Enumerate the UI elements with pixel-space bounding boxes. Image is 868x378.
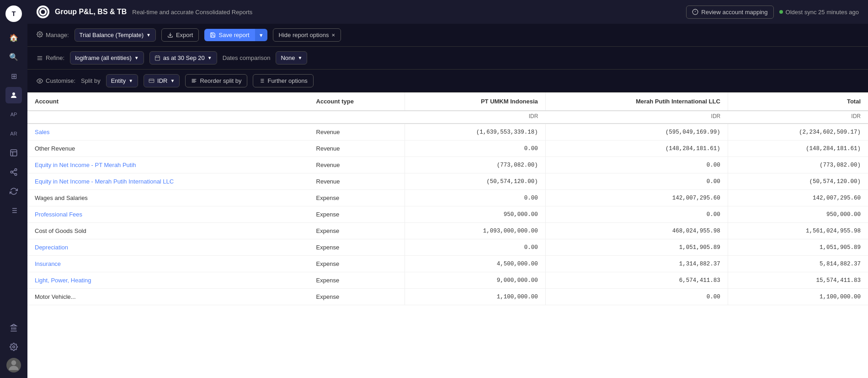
sidebar-logo[interactable]: T xyxy=(5,5,22,22)
cell-pt-umkm: 0.00 xyxy=(405,190,546,206)
report-type-select[interactable]: Trial Balance (Template) ▼ xyxy=(75,28,156,42)
hide-report-options-button[interactable]: Hide report options × xyxy=(273,28,341,42)
subheader-type xyxy=(309,111,405,124)
sidebar-item-ap[interactable]: AP xyxy=(5,106,22,123)
main-content: Group P&L, BS & TB Real-time and accurat… xyxy=(27,0,868,378)
sidebar-item-reports[interactable] xyxy=(5,145,22,161)
cell-account[interactable]: Equity in Net Income - Merah Putih Inter… xyxy=(27,173,309,190)
cell-type: Expense xyxy=(309,239,405,256)
cell-pt-umkm: (1,639,553,339.18) xyxy=(405,124,546,140)
data-table-container: Account Account type PT UMKM Indonesia M… xyxy=(27,92,868,378)
topbar: Group P&L, BS & TB Real-time and accurat… xyxy=(27,0,868,24)
review-account-mapping-button[interactable]: Review account mapping xyxy=(686,5,773,19)
sidebar-item-home[interactable]: 🏠 xyxy=(5,29,22,46)
svg-point-0 xyxy=(12,92,15,95)
cell-total: 1,100,000.00 xyxy=(728,289,868,305)
cell-account[interactable]: Professional Fees xyxy=(27,206,309,223)
cell-account[interactable]: Equity in Net Income - PT Merah Putih xyxy=(27,157,309,173)
sidebar: T 🏠 🔍 ⊞ AP AR xyxy=(0,0,27,378)
comparison-select[interactable]: None ▼ xyxy=(276,51,307,65)
further-options-button[interactable]: Further options xyxy=(253,74,313,87)
gear-icon xyxy=(37,31,43,39)
cell-type: Expense xyxy=(309,190,405,206)
cell-type: Expense xyxy=(309,256,405,272)
cell-type: Revenue xyxy=(309,124,405,140)
split-by-label: Split by xyxy=(81,77,101,84)
table-row: Other RevenueRevenue0.00(148,284,181.61)… xyxy=(27,140,868,157)
cell-merah-putih: 142,007,295.60 xyxy=(545,190,728,206)
refine-bar: Refine: logiframe (all entities) ▼ as at… xyxy=(27,47,868,70)
cell-total: (50,574,120.00) xyxy=(728,173,868,190)
currency-select[interactable]: IDR ▼ xyxy=(144,74,180,87)
customise-label: Customise: xyxy=(37,77,75,84)
page-subtitle: Real-time and accurate Consolidated Repo… xyxy=(132,9,252,16)
page-title: Group P&L, BS & TB xyxy=(55,8,127,16)
cell-account[interactable]: Insurance xyxy=(27,256,309,272)
cell-total: (2,234,602,509.17) xyxy=(728,124,868,140)
cell-total: 1,051,905.89 xyxy=(728,239,868,256)
cell-type: Revenue xyxy=(309,140,405,157)
split-by-select[interactable]: Entity ▼ xyxy=(106,74,138,87)
svg-line-8 xyxy=(12,170,15,172)
sidebar-item-list[interactable] xyxy=(5,202,22,219)
cell-account[interactable]: Light, Power, Heating xyxy=(27,272,309,289)
cell-merah-putih: 1,051,905.89 xyxy=(545,239,728,256)
col-merah-putih: Merah Putih International LLC xyxy=(545,92,728,111)
cell-type: Revenue xyxy=(309,173,405,190)
cell-account: Wages and Salaries xyxy=(27,190,309,206)
cell-pt-umkm: 1,100,000.00 xyxy=(405,289,546,305)
sync-text: Oldest sync 25 minutes ago xyxy=(786,9,859,16)
review-btn-label: Review account mapping xyxy=(701,9,767,16)
cell-total: 15,574,411.83 xyxy=(728,272,868,289)
export-button[interactable]: Export xyxy=(161,28,199,42)
cell-merah-putih: 0.00 xyxy=(545,157,728,173)
entity-select[interactable]: logiframe (all entities) ▼ xyxy=(70,51,144,65)
cell-account[interactable]: Sales xyxy=(27,124,309,140)
cell-type: Expense xyxy=(309,206,405,223)
date-select[interactable]: as at 30 Sep 20 ▼ xyxy=(149,51,217,65)
table-row: Equity in Net Income - Merah Putih Inter… xyxy=(27,173,868,190)
col-total: Total xyxy=(728,92,868,111)
subheader-account xyxy=(27,111,309,124)
cell-merah-putih: (595,049,169.99) xyxy=(545,124,728,140)
cell-merah-putih: 6,574,411.83 xyxy=(545,272,728,289)
svg-marker-20 xyxy=(11,324,16,326)
cell-pt-umkm: 0.00 xyxy=(405,140,546,157)
svg-point-24 xyxy=(41,10,45,14)
cell-type: Revenue xyxy=(309,157,405,173)
sidebar-item-sync[interactable] xyxy=(5,183,22,200)
sidebar-item-profile[interactable] xyxy=(6,358,21,373)
subheader-idr-1: IDR xyxy=(405,111,546,124)
table-row: Equity in Net Income - PT Merah PutihRev… xyxy=(27,157,868,173)
save-report-caret[interactable]: ▼ xyxy=(255,29,267,41)
chevron-down-icon: ▼ xyxy=(128,78,133,83)
cell-merah-putih: 468,024,955.98 xyxy=(545,223,728,239)
table-row: Motor Vehicle...Expense1,100,000.000.001… xyxy=(27,289,868,305)
cell-merah-putih: 0.00 xyxy=(545,289,728,305)
svg-line-7 xyxy=(12,173,15,174)
sidebar-item-user[interactable] xyxy=(5,87,22,103)
cell-total: 142,007,295.60 xyxy=(728,190,868,206)
chevron-down-icon: ▼ xyxy=(208,55,212,60)
reorder-split-button[interactable]: Reorder split by xyxy=(185,74,247,87)
svg-point-5 xyxy=(11,171,13,173)
sidebar-item-connections[interactable] xyxy=(5,164,22,180)
svg-point-37 xyxy=(39,80,41,82)
table-row: Cost of Goods SoldExpense1,093,000,000.0… xyxy=(27,223,868,239)
table-row: Wages and SalariesExpense0.00142,007,295… xyxy=(27,190,868,206)
svg-rect-33 xyxy=(155,56,160,60)
sidebar-item-bank[interactable] xyxy=(5,319,22,336)
close-icon: × xyxy=(331,32,335,38)
sidebar-item-ar[interactable]: AR xyxy=(5,125,22,142)
cell-pt-umkm: 950,000.00 xyxy=(405,206,546,223)
cell-total: (148,284,181.61) xyxy=(728,140,868,157)
cell-merah-putih: 0.00 xyxy=(545,206,728,223)
cell-merah-putih: 1,314,882.37 xyxy=(545,256,728,272)
sidebar-item-search[interactable]: 🔍 xyxy=(5,49,22,65)
cell-total: 5,814,882.37 xyxy=(728,256,868,272)
cell-account[interactable]: Depreciation xyxy=(27,239,309,256)
save-report-button[interactable]: Save report xyxy=(204,29,255,41)
sidebar-item-settings[interactable] xyxy=(5,339,22,355)
table-row: Professional FeesExpense950,000.000.0095… xyxy=(27,206,868,223)
sidebar-item-grid[interactable]: ⊞ xyxy=(5,68,22,84)
